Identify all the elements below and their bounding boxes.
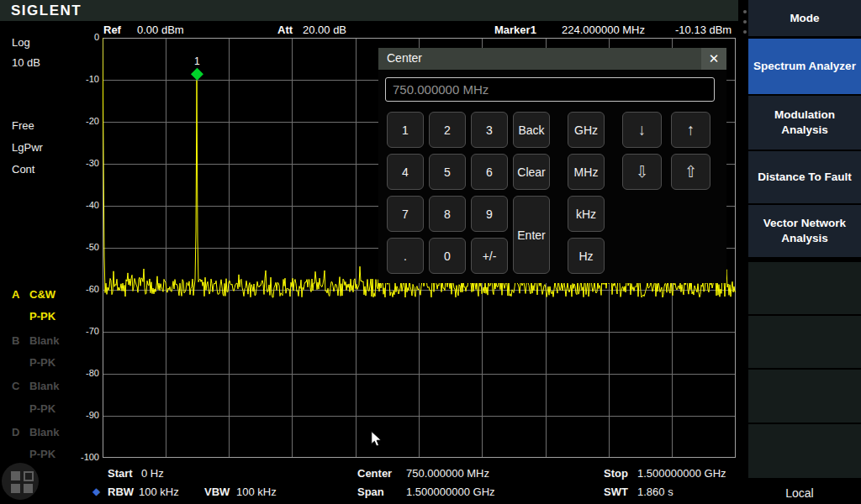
mode-empty-button-4[interactable]	[748, 424, 861, 478]
y-axis-label: -100	[76, 452, 99, 462]
rbw-label: RBW	[108, 486, 134, 498]
trace-a-type[interactable]: C&W	[29, 288, 55, 301]
center-frequency-dialog: Center ✕ 1 2 3 Back GHz ↓ ↑ 4 5 6 Clear …	[378, 48, 726, 283]
vbw-value: 100 kHz	[236, 486, 277, 498]
trace-d-id[interactable]: D	[12, 426, 19, 438]
trace-a-detector[interactable]: P-PK	[29, 310, 55, 323]
close-icon[interactable]: ✕	[701, 48, 726, 70]
trace-d-type[interactable]: Blank	[29, 426, 59, 438]
drag-handle-dots	[743, 10, 747, 13]
local-button[interactable]: Local	[738, 482, 861, 504]
rbw-value: 100 kHz	[139, 486, 179, 498]
mode-distance-to-fault-button[interactable]: Distance To Fault	[748, 151, 861, 203]
trigger-free-label[interactable]: Free	[12, 119, 34, 132]
y-axis-label: -50	[76, 242, 99, 252]
frequency-input[interactable]	[385, 77, 715, 102]
mode-spectrum-analyzer-button[interactable]: Spectrum Analyzer	[748, 39, 861, 94]
scale-type-label[interactable]: Log	[12, 36, 30, 49]
marker-label: Marker1	[494, 24, 536, 36]
top-brand-bar: SIGLENT	[0, 0, 738, 21]
rbw-diamond-icon: ◆	[92, 486, 100, 497]
y-axis-label: -40	[76, 200, 99, 210]
dialog-title: Center	[387, 51, 422, 65]
mode-empty-button-2[interactable]	[748, 316, 861, 368]
mode-vector-network-analysis-button[interactable]: Vector Network Analysis	[748, 205, 861, 257]
stop-label: Stop	[604, 467, 628, 480]
mouse-cursor	[370, 431, 383, 449]
trigger-cont-label[interactable]: Cont	[12, 163, 34, 176]
mode-empty-button-3[interactable]	[748, 370, 861, 423]
key-unit-khz[interactable]: kHz	[568, 196, 605, 232]
vbw-label: VBW	[204, 486, 230, 498]
trace-c-type[interactable]: Blank	[29, 380, 59, 392]
y-axis-label: -70	[76, 326, 99, 336]
trace-c-detector[interactable]: P-PK	[29, 402, 55, 415]
y-axis-label: -90	[76, 410, 99, 420]
center-value: 750.000000 MHz	[406, 467, 489, 480]
ref-value[interactable]: 0.00 dBm	[137, 24, 184, 36]
start-value: 0 Hz	[141, 467, 164, 480]
span-label: Span	[357, 486, 384, 498]
grid-square-tl	[11, 471, 20, 480]
att-value[interactable]: 20.00 dB	[303, 24, 346, 36]
marker-diamond[interactable]	[191, 68, 203, 81]
mode-empty-button-1[interactable]	[748, 262, 861, 314]
att-label[interactable]: Att	[277, 24, 293, 36]
block-arrow-up-icon[interactable]: ⇧	[671, 154, 710, 190]
dialog-title-bar[interactable]: Center ✕	[378, 48, 726, 70]
block-arrow-down-icon[interactable]: ⇩	[622, 154, 662, 190]
ref-label[interactable]: Ref	[103, 24, 121, 36]
swt-value: 1.860 s	[637, 486, 673, 498]
key-0[interactable]: 0	[429, 238, 466, 274]
key-5[interactable]: 5	[429, 154, 466, 190]
marker-amplitude: -10.13 dBm	[675, 24, 732, 36]
marker-number-label: 1	[194, 55, 200, 67]
key-back[interactable]: Back	[513, 112, 550, 148]
arrow-down-icon[interactable]: ↓	[622, 112, 662, 148]
key-unit-hz[interactable]: Hz	[568, 238, 605, 274]
y-axis-label: 0	[76, 32, 99, 42]
trace-c-id[interactable]: C	[12, 380, 19, 392]
key-6[interactable]: 6	[471, 154, 508, 190]
spectrum-analyzer-screen: SIGLENT Ref 0.00 dBm Att 20.00 dB Marker…	[0, 0, 861, 504]
key-4[interactable]: 4	[387, 154, 424, 190]
grid-square-bl	[11, 484, 20, 493]
trace-b-detector[interactable]: P-PK	[29, 356, 55, 369]
grid-square-br	[24, 484, 33, 493]
key-plus-minus[interactable]: +/-	[471, 238, 508, 274]
home-grid-icon[interactable]	[2, 463, 39, 500]
y-axis-label: -20	[76, 116, 99, 126]
key-enter[interactable]: Enter	[513, 196, 550, 274]
drag-handle-dots	[743, 30, 747, 34]
arrow-up-icon[interactable]: ↑	[671, 112, 710, 148]
key-9[interactable]: 9	[471, 196, 508, 232]
siglent-logo: SIGLENT	[11, 3, 82, 19]
scale-div-label[interactable]: 10 dB	[12, 56, 40, 69]
trace-a-id[interactable]: A	[12, 288, 19, 301]
key-1[interactable]: 1	[387, 112, 424, 148]
key-7[interactable]: 7	[387, 196, 424, 232]
key-clear[interactable]: Clear	[513, 154, 550, 190]
menu-header-mode: Mode	[748, 0, 861, 36]
mode-modulation-analysis-button[interactable]: Modulation Analysis	[748, 96, 861, 150]
start-label: Start	[108, 467, 133, 480]
marker-frequency: 224.000000 MHz	[562, 24, 645, 36]
trace-b-type[interactable]: Blank	[29, 334, 59, 347]
key-unit-ghz[interactable]: GHz	[568, 112, 605, 148]
drag-handle-dots	[743, 20, 747, 24]
trace-d-detector[interactable]: P-PK	[29, 448, 55, 460]
y-axis-label: -10	[76, 74, 99, 84]
span-value: 1.500000000 GHz	[406, 486, 495, 498]
grid-square-tr	[24, 471, 34, 481]
key-unit-mhz[interactable]: MHz	[568, 154, 605, 190]
key-2[interactable]: 2	[429, 112, 466, 148]
trace-b-id[interactable]: B	[12, 334, 19, 347]
mode-menu-sidebar: Mode Spectrum Analyzer Modulation Analys…	[738, 0, 861, 504]
trigger-lgpwr-label[interactable]: LgPwr	[12, 141, 43, 154]
key-3[interactable]: 3	[471, 112, 508, 148]
key-8[interactable]: 8	[429, 196, 466, 232]
stop-value: 1.500000000 GHz	[637, 467, 726, 480]
y-axis-label: -30	[76, 158, 99, 168]
key-decimal[interactable]: .	[387, 238, 424, 274]
y-axis-label: -60	[76, 284, 99, 294]
